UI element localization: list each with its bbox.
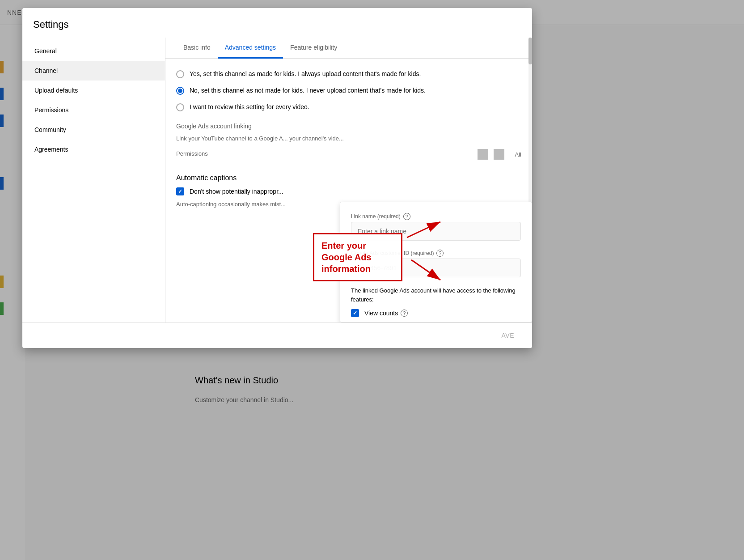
radio-button-no[interactable] bbox=[176, 87, 184, 95]
captions-checkbox-label: Don't show potentially inappropr... bbox=[190, 188, 283, 195]
features-description: The linked Google Ads account will have … bbox=[351, 286, 521, 304]
annotation-text: Enter your Google Ads information bbox=[321, 241, 371, 274]
scroll-left[interactable] bbox=[478, 149, 488, 160]
sidebar-item-channel[interactable]: Channel bbox=[22, 61, 165, 81]
scroll-right[interactable] bbox=[494, 149, 504, 160]
content-area[interactable]: Yes, set this channel as made for kids. … bbox=[165, 59, 532, 322]
sidebar-item-agreements[interactable]: Agreements bbox=[22, 140, 165, 159]
radio-option-yes: Yes, set this channel as made for kids. … bbox=[176, 69, 521, 79]
link-name-help-icon[interactable]: ? bbox=[403, 213, 410, 220]
view-counts-help-icon[interactable]: ? bbox=[401, 310, 408, 317]
sidebar-item-community[interactable]: Community bbox=[22, 120, 165, 140]
view-counts-row: View counts ? bbox=[351, 309, 521, 317]
settings-sidebar: General Channel Upload defaults Permissi… bbox=[22, 38, 165, 322]
sidebar-item-upload-defaults[interactable]: Upload defaults bbox=[22, 81, 165, 100]
scroll-controls bbox=[478, 149, 508, 160]
tab-advanced-settings[interactable]: Advanced settings bbox=[218, 38, 283, 59]
tab-basic-info[interactable]: Basic info bbox=[176, 38, 218, 59]
radio-button-review[interactable] bbox=[176, 103, 184, 111]
permissions-label: Permissions bbox=[176, 150, 208, 157]
save-button[interactable]: AVE bbox=[495, 328, 521, 343]
tabs-bar: Basic info Advanced settings Feature eli… bbox=[165, 38, 532, 59]
tab-feature-eligibility[interactable]: Feature eligibility bbox=[283, 38, 344, 59]
radio-option-review: I want to review this setting for every … bbox=[176, 102, 521, 112]
modal-body: General Channel Upload defaults Permissi… bbox=[22, 38, 532, 322]
sidebar-item-permissions[interactable]: Permissions bbox=[22, 100, 165, 120]
captions-checkbox-row: Don't show potentially inappropr... bbox=[176, 187, 521, 195]
radio-label-yes: Yes, set this channel as made for kids. … bbox=[190, 69, 421, 79]
customer-id-help-icon[interactable]: ? bbox=[436, 250, 444, 257]
captions-title: Automatic captions bbox=[176, 174, 521, 182]
permissions-row: Permissions All bbox=[176, 149, 521, 160]
settings-modal: Settings General Channel Upload defaults… bbox=[22, 8, 532, 348]
link-name-label: Link name (required) ? bbox=[351, 213, 521, 220]
captions-checkbox[interactable] bbox=[176, 187, 184, 195]
radio-label-review: I want to review this setting for every … bbox=[190, 102, 309, 112]
modal-title: Settings bbox=[33, 19, 521, 30]
view-counts-label: View counts ? bbox=[364, 310, 408, 317]
all-label: All bbox=[515, 151, 521, 158]
google-ads-section-title: Google Ads account linking bbox=[176, 123, 521, 130]
main-content: Basic info Advanced settings Feature eli… bbox=[165, 38, 532, 322]
annotation-box: Enter your Google Ads information bbox=[313, 233, 402, 281]
radio-label-no: No, set this channel as not made for kid… bbox=[190, 86, 426, 95]
sidebar-item-general[interactable]: General bbox=[22, 41, 165, 61]
modal-footer: AVE bbox=[22, 322, 532, 348]
modal-header: Settings bbox=[22, 8, 532, 38]
google-ads-description: Link your YouTube channel to a Google A.… bbox=[176, 135, 355, 142]
radio-button-yes[interactable] bbox=[176, 70, 184, 78]
view-counts-checkbox[interactable] bbox=[351, 309, 359, 317]
radio-option-no: No, set this channel as not made for kid… bbox=[176, 86, 521, 95]
